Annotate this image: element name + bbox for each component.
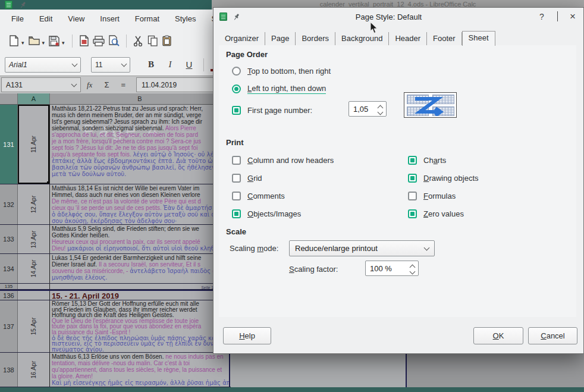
page-style-dialog: Page Style: Default ? × OrganizerPageBor…: [213, 7, 584, 354]
pin-icon[interactable]: [233, 13, 240, 21]
cell-B133[interactable]: Matthäus 5,9 Selig sind, die Frieden sti…: [50, 225, 230, 253]
scaling-factor-spinbox[interactable]: 100 %: [365, 261, 419, 276]
cell-B138[interactable]: Matthäus 6,13 Erlöse uns von dem Bösen. …: [50, 353, 230, 387]
tab-page[interactable]: Page: [265, 32, 296, 45]
checkbox-icon[interactable]: [408, 192, 417, 200]
cell-B131[interactable]: Matthäus 18,21-22 Petrus trat zu Jesus u…: [50, 105, 230, 184]
print-preview-button[interactable]: [106, 33, 121, 49]
cell-A132[interactable]: 12.Apr: [18, 184, 50, 224]
help-button[interactable]: Help: [223, 327, 271, 344]
tab-background[interactable]: Background: [335, 32, 389, 45]
dialog-titlebar[interactable]: Page Style: Default ? ×: [213, 8, 583, 26]
row-header-132[interactable]: 132: [0, 184, 18, 224]
menu-view[interactable]: View: [60, 14, 92, 23]
row-header-135[interactable]: 135: [0, 284, 18, 289]
row-header-137[interactable]: 137: [0, 300, 18, 352]
bold-button[interactable]: B: [143, 57, 159, 73]
checkbox-icon[interactable]: [232, 156, 241, 165]
menu-file[interactable]: File: [4, 14, 32, 23]
name-box[interactable]: A131: [1, 77, 81, 92]
menu-edit[interactable]: Edit: [32, 14, 60, 23]
checkbox-icon[interactable]: [232, 192, 241, 200]
menu-format[interactable]: Format: [127, 14, 167, 23]
cell-A136[interactable]: [18, 291, 50, 300]
spin-arrows[interactable]: [374, 102, 386, 116]
ok-button[interactable]: OK: [473, 327, 523, 344]
checkbox-formulas[interactable]: Formulas: [408, 187, 479, 205]
cell-B137[interactable]: Römer 15,13 Der Gott der Hoffnung erfüll…: [50, 300, 230, 352]
checkbox-icon[interactable]: [232, 174, 241, 183]
radio-top-to-bottom-then-right[interactable]: Top to bottom, then right: [232, 62, 331, 80]
checkbox-label: Grid: [247, 174, 262, 183]
checkbox-icon[interactable]: [232, 209, 241, 218]
column-header-A[interactable]: A: [18, 93, 50, 104]
checkbox-icon[interactable]: [408, 174, 417, 183]
checkbox-grid[interactable]: Grid: [232, 169, 334, 187]
row-header-131[interactable]: 131: [0, 105, 18, 184]
checkbox-icon[interactable]: [408, 156, 417, 165]
save-button[interactable]: [47, 33, 61, 49]
checkbox-objects-images[interactable]: Objects/Images: [232, 205, 334, 222]
pin-icon[interactable]: [20, 1, 27, 9]
new-document-button[interactable]: [7, 33, 21, 49]
menu-insert[interactable]: Insert: [92, 14, 127, 23]
cell-B134[interactable]: Lukas 1,54 Er gedenkt der Barmherzigkeit…: [50, 254, 230, 283]
column-header-B[interactable]: B: [50, 93, 230, 104]
tab-organizer[interactable]: Organizer: [219, 32, 265, 45]
checkbox-column-and-row-headers[interactable]: Column and row headers: [232, 151, 334, 169]
function-wizard-icon[interactable]: fx: [87, 80, 92, 90]
checkbox-comments[interactable]: Comments: [232, 187, 334, 205]
sum-icon[interactable]: Σ: [104, 80, 109, 89]
cancel-button[interactable]: Cancel: [528, 327, 577, 344]
print-button[interactable]: [91, 33, 106, 49]
font-name-combo[interactable]: Arial1: [5, 57, 81, 73]
copy-button[interactable]: [146, 33, 160, 49]
export-pdf-button[interactable]: [77, 33, 91, 49]
cell-A133[interactable]: 13.Apr: [18, 225, 50, 253]
row-header-133[interactable]: 133: [0, 225, 18, 253]
italic-button[interactable]: I: [162, 57, 178, 73]
tab-borders[interactable]: Borders: [296, 32, 335, 45]
open-file-dropdown[interactable]: ▾: [42, 40, 45, 46]
row-header-136[interactable]: 136: [0, 291, 18, 300]
cell-B132[interactable]: Matthäus 18,14 Es ist nicht der Wille be…: [50, 184, 230, 224]
checkbox-charts[interactable]: Charts: [408, 151, 479, 169]
equals-icon[interactable]: =: [121, 80, 125, 89]
select-all-corner[interactable]: [0, 93, 18, 104]
cell-A131[interactable]: 11.Apr: [18, 105, 50, 184]
radio-left-to-right-then-down[interactable]: Left to right, then down: [232, 80, 331, 98]
checkbox-icon[interactable]: [232, 106, 241, 115]
dialog-help-icon[interactable]: ?: [537, 12, 547, 21]
paste-button[interactable]: [160, 33, 174, 49]
radio-icon[interactable]: [232, 84, 241, 93]
font-size-combo[interactable]: 11: [91, 57, 130, 73]
cell-B135[interactable]: Seite 15 Ange: [50, 284, 230, 289]
checkbox-zero-values[interactable]: Zero values: [408, 205, 479, 222]
tab-sheet[interactable]: Sheet: [462, 31, 495, 46]
cell-A135[interactable]: [18, 284, 50, 289]
menu-styles[interactable]: Styles: [167, 14, 203, 23]
cell-A138[interactable]: 16.Apr: [18, 353, 50, 387]
save-dropdown[interactable]: ▾: [62, 40, 65, 46]
tab-footer[interactable]: Footer: [427, 32, 462, 45]
radio-icon[interactable]: [232, 67, 241, 76]
cell-A134[interactable]: 14.Apr: [18, 254, 50, 283]
first-page-number-spinbox[interactable]: 1,05: [348, 101, 387, 117]
checkbox-drawing-objects[interactable]: Drawing objects: [408, 169, 479, 187]
row-header-134[interactable]: 134: [0, 254, 18, 283]
open-file-button[interactable]: [27, 33, 42, 49]
tab-header[interactable]: Header: [389, 32, 427, 45]
cell-A137[interactable]: 15.Apr: [18, 300, 50, 352]
cell-B136[interactable]: 15. - 21. April 2019: [50, 291, 230, 300]
row-header-138[interactable]: 138: [0, 353, 18, 387]
first-page-number-row[interactable]: First page number:: [232, 101, 312, 119]
underline-button[interactable]: U: [181, 57, 197, 73]
scaling-mode-dropdown[interactable]: Reduce/enlarge printout: [289, 240, 435, 256]
shade-icon[interactable]: [552, 12, 562, 21]
spin-arrows[interactable]: [406, 261, 418, 275]
checkbox-icon[interactable]: [408, 209, 417, 218]
cut-button[interactable]: [131, 33, 146, 49]
print-options-right: ChartsDrawing objectsFormulasZero values: [408, 151, 479, 222]
close-icon[interactable]: ×: [568, 11, 577, 23]
new-document-dropdown[interactable]: ▾: [21, 40, 24, 46]
